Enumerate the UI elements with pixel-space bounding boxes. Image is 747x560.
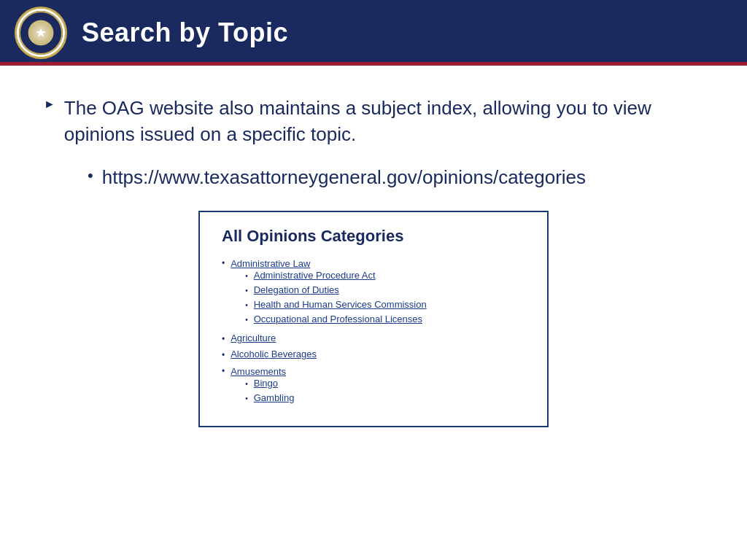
sub-bullet-icon: • [245,287,248,295]
cat-bullet-icon: • [222,258,225,268]
sub-bullet-icon: • [245,380,248,388]
category-link-alcoholic-beverages[interactable]: Alcoholic Beverages [231,349,317,359]
amusements-sublist: • Bingo • Gambling [245,378,294,403]
sub-bullet-icon: • [245,394,248,402]
categories-box: All Opinions Categories • Administrative… [198,211,549,427]
categories-container: All Opinions Categories • Administrative… [44,211,703,427]
main-bullet-text: The OAG website also maintains a subject… [64,95,703,148]
category-link-admin-law[interactable]: Administrative Law [231,258,310,269]
cat-bullet-icon: • [222,334,225,344]
list-item: • Occupational and Professional Licenses [245,314,427,324]
category-link-apa[interactable]: Administrative Procedure Act [254,270,376,281]
list-item: • Alcoholic Beverages [222,349,525,360]
url-bullet-item: • https://www.texasattorneygeneral.gov/o… [88,166,703,189]
sub-bullet-icon: • [245,316,248,324]
dot-bullet-icon: • [88,166,93,185]
list-item: • Agriculture [222,332,525,344]
list-item: • Bingo [245,378,294,389]
bullet-section: ► The OAG website also maintains a subje… [44,95,703,189]
cat-bullet-icon: • [222,350,225,360]
list-item: • Gambling [245,392,294,403]
category-link-bingo[interactable]: Bingo [254,378,278,389]
triangle-bullet-icon: ► [44,98,55,111]
category-link-agriculture[interactable]: Agriculture [231,332,276,343]
list-item: • Administrative Law • Administrative Pr… [222,257,525,328]
main-content: ► The OAG website also maintains a subje… [0,66,747,560]
logo-seal: ★ [15,7,67,59]
category-link-hhsc[interactable]: Health and Human Services Commission [254,299,427,310]
page-title: Search by Topic [82,18,288,48]
category-link-amusements[interactable]: Amusements [231,366,286,377]
list-item: • Health and Human Services Commission [245,299,427,310]
categories-list: • Administrative Law • Administrative Pr… [222,257,525,407]
category-link-gambling[interactable]: Gambling [254,392,295,403]
sub-bullet-icon: • [245,272,248,280]
list-item: • Amusements • Bingo • Gambling [222,365,525,407]
admin-law-sublist: • Administrative Procedure Act • Delegat… [245,270,427,324]
page-header: ★ Search by Topic [0,0,747,66]
cat-bullet-icon: • [222,366,225,376]
list-item: • Administrative Procedure Act [245,270,427,281]
categories-title: All Opinions Categories [222,227,525,246]
seal-star-icon: ★ [35,25,47,41]
url-text[interactable]: https://www.texasattorneygeneral.gov/opi… [102,166,586,189]
category-link-opl[interactable]: Occupational and Professional Licenses [254,314,422,324]
sub-bullet-icon: • [245,301,248,309]
main-bullet-item: ► The OAG website also maintains a subje… [44,95,703,148]
category-link-delegation[interactable]: Delegation of Duties [254,284,339,295]
list-item: • Delegation of Duties [245,284,427,295]
